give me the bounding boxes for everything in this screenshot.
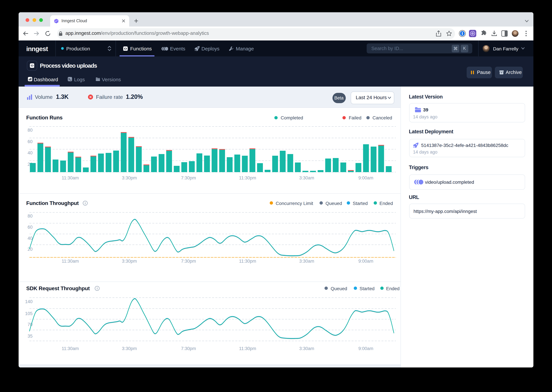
svg-text:60: 60	[28, 225, 33, 230]
svg-text:11:30am: 11:30am	[62, 259, 79, 264]
svg-text:9:00am: 9:00am	[358, 259, 373, 264]
svg-text:40: 40	[28, 236, 33, 241]
svg-text:3:30am: 3:30am	[299, 259, 314, 264]
svg-text:60: 60	[28, 139, 33, 144]
svg-text:3:30pm: 3:30pm	[122, 259, 137, 264]
svg-text:40: 40	[28, 150, 33, 155]
svg-text:7:30pm: 7:30pm	[181, 175, 196, 180]
svg-text:3:30am: 3:30am	[299, 175, 314, 180]
svg-text:3:30pm: 3:30pm	[122, 175, 137, 180]
svg-text:11:30pm: 11:30pm	[239, 259, 256, 264]
svg-text:11:30pm: 11:30pm	[239, 175, 256, 180]
svg-text:9:00am: 9:00am	[358, 175, 373, 180]
svg-text:11:30pm: 11:30pm	[239, 346, 256, 351]
svg-text:105: 105	[25, 311, 33, 316]
svg-text:11:30am: 11:30am	[62, 175, 79, 180]
svg-text:7:30pm: 7:30pm	[181, 259, 196, 264]
svg-text:11:30am: 11:30am	[62, 346, 79, 351]
svg-text:35: 35	[28, 334, 33, 339]
svg-text:140: 140	[25, 299, 33, 304]
svg-text:9:00am: 9:00am	[358, 346, 373, 351]
svg-text:3:30am: 3:30am	[299, 346, 314, 351]
svg-text:80: 80	[28, 128, 33, 133]
svg-text:7:30pm: 7:30pm	[181, 346, 196, 351]
svg-text:80: 80	[28, 214, 33, 218]
svg-text:3:30pm: 3:30pm	[122, 346, 137, 351]
